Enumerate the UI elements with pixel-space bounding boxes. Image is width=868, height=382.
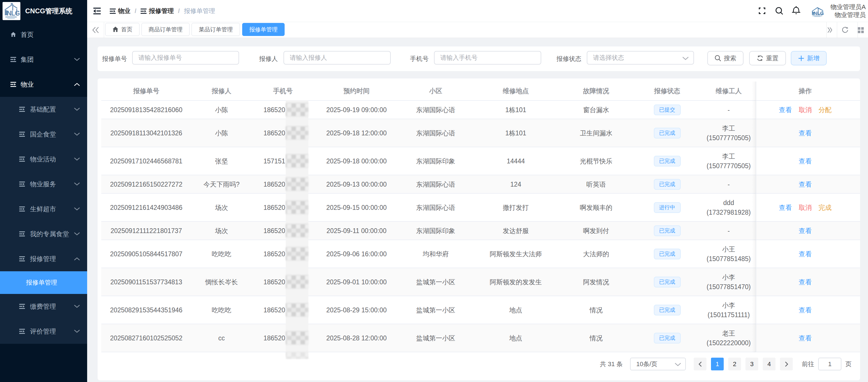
svg-text:NLG: NLG — [7, 10, 20, 17]
svg-text:NLG: NLG — [814, 11, 824, 16]
